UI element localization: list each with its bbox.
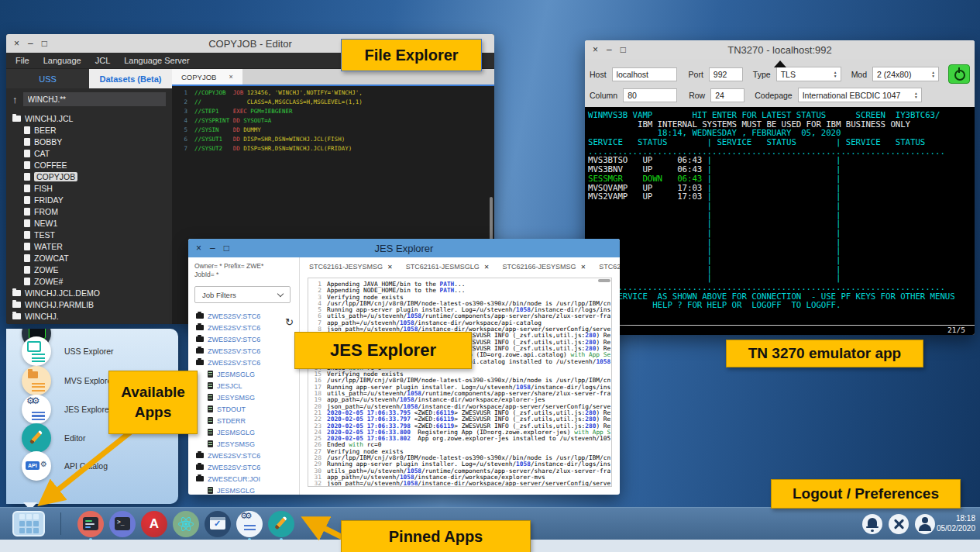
tree-item[interactable]: COPYJOB (6, 171, 172, 182)
pinned-app-react[interactable] (173, 511, 199, 537)
codepage-select[interactable]: International EBCDIC 1047 ▴▾ (798, 88, 922, 102)
jes-tab[interactable]: STC62161-JESYSMSG✕ (309, 263, 393, 271)
app-launcher-button[interactable] (12, 511, 45, 536)
minimize-icon[interactable]: – (607, 45, 612, 54)
file-icon (24, 278, 30, 285)
tree-item[interactable]: ZOWE (6, 264, 172, 275)
tree-item[interactable]: TEST (6, 229, 172, 240)
column-input[interactable] (623, 88, 677, 102)
tree-item[interactable]: WINCHJ.JCL.DEMO (6, 287, 172, 298)
connect-power-button[interactable] (948, 64, 970, 84)
close-icon[interactable]: × (14, 39, 19, 48)
close-icon[interactable]: × (593, 45, 598, 54)
user-icon[interactable] (915, 514, 935, 534)
jes-spool-file[interactable]: JESMSGLG (194, 485, 293, 495)
tools-icon[interactable] (889, 514, 909, 534)
tree-item[interactable]: WINCHJ.PARMLIB (6, 298, 172, 310)
refresh-icon[interactable]: ↻ (285, 316, 294, 328)
mod-select[interactable]: 2 (24x80) ▴▾ (872, 67, 939, 81)
jes-job-item[interactable]: ZWES2SV:STC6 (194, 345, 293, 357)
tab-uss[interactable]: USS (6, 69, 89, 88)
jes-job-item[interactable]: ZWES2SV:STC6 (194, 310, 293, 322)
pinned-app-task-window[interactable]: ✓ (205, 511, 231, 537)
port-input[interactable] (709, 67, 743, 81)
file-icon (24, 138, 30, 146)
editor-tab-copyjob[interactable]: COPYJOB × (172, 69, 242, 85)
jes-job-item[interactable]: ZWES2SV:STC6 (194, 461, 293, 473)
horizontal-scrollbar[interactable] (598, 279, 610, 282)
minimize-icon[interactable]: – (210, 243, 215, 253)
up-arrow-icon[interactable]: ↑ (12, 94, 18, 105)
tree-item[interactable]: WINCHJ.JCL (6, 112, 172, 124)
tree-scrollbar[interactable] (490, 197, 493, 240)
close-tab-icon[interactable]: ✕ (387, 264, 393, 271)
launcher-item-uss-explorer[interactable]: USS Explorer (6, 336, 114, 367)
file-icon (208, 394, 213, 401)
jes-spool-file[interactable]: JESMSGLG (194, 368, 293, 380)
tn3270-window-title: TN3270 - localhost:992 (585, 44, 975, 56)
launcher-item-editor[interactable]: Editor (6, 423, 85, 454)
menu-item-file[interactable]: File (15, 56, 29, 65)
tree-item[interactable]: WINCHJ. (6, 310, 172, 322)
tn3270-titlebar[interactable]: × – □ TN3270 - localhost:992 (585, 40, 975, 59)
jes-spool-file[interactable]: JESYSMSG (194, 392, 293, 403)
jes-job-item[interactable]: ZWESECUR:JOI (194, 473, 293, 485)
pinned-app-editor-pencil[interactable] (268, 511, 294, 537)
close-icon[interactable]: × (196, 243, 201, 253)
host-input[interactable] (612, 67, 677, 81)
jes-job-item[interactable]: ZWES2SV:STC6 (194, 333, 293, 345)
clock: 18:18 05/02/2020 (937, 513, 975, 533)
pinned-app-shell-terminal[interactable]: >_ (109, 511, 136, 537)
jes-spool-file[interactable]: STDERR (194, 415, 293, 426)
tree-item[interactable]: COFFEE (6, 159, 172, 171)
maximize-icon[interactable]: □ (224, 243, 229, 253)
tree-item[interactable]: ZOWE# (6, 275, 172, 287)
jes-job-item[interactable]: ZWES2SV:STC6 (194, 357, 293, 368)
jes-spool-file[interactable]: JESMSGLG (194, 426, 293, 438)
tree-item[interactable]: ZOWCAT (6, 252, 172, 264)
tree-item[interactable]: FROM (6, 205, 172, 217)
close-tab-icon[interactable]: ✕ (581, 264, 586, 271)
close-tab-icon[interactable]: ✕ (484, 264, 490, 271)
pinned-app-jes-gears[interactable]: ⚙⚙ (236, 511, 263, 537)
tab-datasets[interactable]: Datasets (Beta) (89, 69, 172, 88)
launcher-item-jes-explorer[interactable]: ⚙⚙JES Explorer (6, 394, 112, 425)
minimize-icon[interactable]: – (28, 39, 33, 48)
jes-spool-file[interactable]: STDOUT (194, 403, 293, 415)
jes-job-item[interactable]: ZWES2SV:STC6 (194, 322, 293, 333)
jes-spool-file[interactable]: JESYSMSG (194, 438, 293, 450)
spool-log-view[interactable]: 1Appending JAVA_HOME/bin to the PATH...2… (308, 278, 612, 487)
menu-item-language-server[interactable]: Language Server (124, 56, 189, 65)
menu-item-language[interactable]: Language (43, 56, 81, 65)
dataset-filter-input[interactable] (23, 92, 167, 106)
row-input[interactable] (710, 88, 744, 102)
launcher-item-mvs-explorer[interactable]: MVS Explorer (6, 365, 115, 396)
jes-tab[interactable]: STC62161-JESMSGLG✕ (406, 263, 490, 271)
maximize-icon[interactable]: □ (621, 45, 626, 54)
menu-item-jcl[interactable]: JCL (95, 56, 111, 65)
job-filters-button[interactable]: Job Filters (194, 286, 291, 303)
cursor-position: 21/5 (947, 326, 965, 334)
close-tab-icon[interactable]: × (229, 73, 232, 81)
tree-item[interactable]: NEW1 (6, 217, 172, 229)
tree-item[interactable]: WATER (6, 240, 172, 252)
terminal-screen[interactable]: WINMVS3B VAMP HIT ENTER FOR LATEST STATU… (585, 107, 975, 325)
jes-tab[interactable]: STC62166-JESM (599, 263, 620, 271)
pinned-app-code-terminal[interactable] (77, 511, 104, 537)
collapse-settings-icon[interactable] (774, 60, 786, 67)
jes-job-item[interactable]: ZWES2SV:STC6 (194, 450, 293, 461)
tree-item[interactable]: BEER (6, 124, 172, 136)
launcher-item-api-catalog[interactable]: API⚙API Catalog (6, 450, 108, 481)
jes-tab[interactable]: STC62166-JESYSMSG✕ (503, 263, 586, 271)
bell-icon[interactable] (862, 514, 882, 534)
tree-item[interactable]: BOBBY (6, 136, 172, 147)
jes-titlebar[interactable]: × – □ JES Explorer (188, 239, 620, 257)
tree-item[interactable]: FRIDAY (6, 194, 172, 205)
maximize-icon[interactable]: □ (42, 39, 47, 48)
tree-item[interactable]: CAT (6, 147, 172, 159)
tree-item[interactable]: FISH (6, 182, 172, 194)
jes-spool-file[interactable]: JESJCL (194, 380, 293, 392)
type-select[interactable]: TLS ▴▾ (776, 67, 841, 81)
pinned-app-angular[interactable]: A (141, 511, 167, 537)
dataset-tree: WINCHJ.JCLBEERBOBBYCATCOFFEECOPYJOBFISHF… (6, 110, 172, 324)
